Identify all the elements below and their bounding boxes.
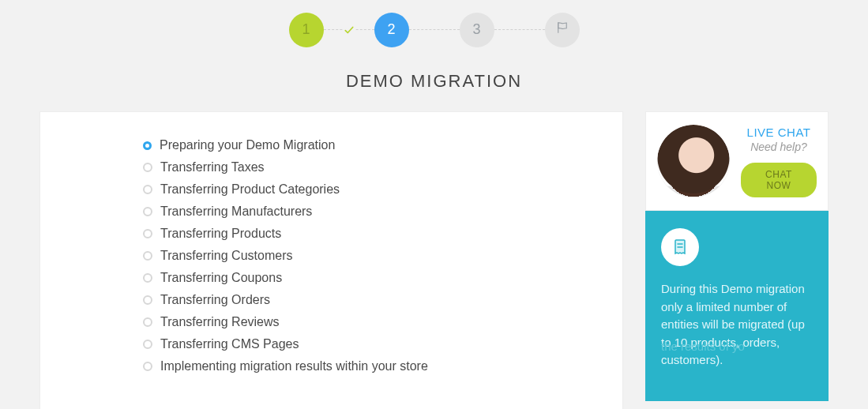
- status-dot-icon: [143, 185, 152, 194]
- progress-item-label: Implementing migration results within yo…: [160, 360, 428, 373]
- progress-item-label: Transferring Taxes: [160, 161, 265, 174]
- progress-item: Transferring Manufacturers: [143, 201, 591, 223]
- step-3[interactable]: 3: [460, 13, 494, 47]
- step-2[interactable]: 2: [374, 13, 409, 47]
- step-finish[interactable]: [545, 13, 580, 47]
- step-1[interactable]: 1: [289, 13, 324, 47]
- demo-info-faded: the results of yo: [661, 338, 813, 401]
- progress-item-label: Transferring Coupons: [160, 272, 282, 284]
- migration-progress-list: Preparing your Demo Migration Transferri…: [143, 134, 591, 377]
- progress-item: Transferring Orders: [143, 289, 591, 311]
- progress-item-label: Transferring Product Categories: [160, 183, 340, 196]
- progress-item-label: Transferring Orders: [160, 294, 270, 306]
- progress-item-label: Transferring Manufacturers: [160, 205, 312, 218]
- status-dot-icon: [143, 141, 152, 150]
- status-dot-icon: [143, 273, 152, 283]
- live-chat-title: LIVE CHAT: [741, 126, 817, 139]
- step-1-label: 1: [302, 21, 310, 38]
- progress-item-label: Transferring Reviews: [160, 316, 280, 328]
- status-dot-icon: [143, 317, 152, 327]
- progress-item-label: Transferring CMS Pages: [160, 338, 299, 351]
- status-dot-icon: [143, 229, 152, 238]
- status-dot-icon: [143, 340, 152, 349]
- wizard-stepper: 1 2 3: [39, 8, 829, 51]
- progress-item-label: Transferring Customers: [160, 250, 292, 262]
- progress-item: Transferring Coupons: [143, 267, 591, 289]
- chat-now-button[interactable]: CHAT NOW: [741, 163, 817, 197]
- step-separator-2: [409, 29, 460, 30]
- progress-item: Transferring Customers: [143, 245, 591, 267]
- progress-item: Transferring Products: [143, 223, 591, 245]
- step-2-label: 2: [387, 21, 395, 38]
- check-icon: [344, 24, 355, 36]
- progress-item: Transferring Reviews: [143, 311, 591, 333]
- status-dot-icon: [143, 362, 152, 371]
- live-chat-subtitle: Need help?: [741, 141, 817, 153]
- progress-item-label: Preparing your Demo Migration: [160, 139, 335, 152]
- demo-info-panel: During this Demo migration only a limite…: [645, 211, 829, 401]
- live-chat-card: LIVE CHAT Need help? CHAT NOW: [645, 111, 829, 211]
- progress-item: Transferring CMS Pages: [143, 333, 591, 355]
- progress-item: Transferring Taxes: [143, 156, 591, 178]
- migration-progress-card: Preparing your Demo Migration Transferri…: [39, 111, 623, 409]
- status-dot-icon: [143, 251, 152, 261]
- status-dot-icon: [143, 207, 152, 216]
- progress-item: Preparing your Demo Migration: [143, 134, 591, 156]
- avatar: [657, 125, 730, 197]
- progress-item: Implementing migration results within yo…: [143, 355, 591, 377]
- status-dot-icon: [143, 295, 152, 305]
- receipt-icon: [661, 228, 699, 266]
- status-dot-icon: [143, 163, 152, 172]
- progress-item-label: Transferring Products: [160, 227, 281, 240]
- page-title: DEMO MIGRATION: [39, 71, 829, 92]
- step-3-label: 3: [472, 21, 480, 38]
- step-separator-3: [494, 29, 545, 30]
- progress-item: Transferring Product Categories: [143, 178, 591, 201]
- flag-icon: [555, 21, 569, 39]
- step-separator-1: [324, 29, 374, 30]
